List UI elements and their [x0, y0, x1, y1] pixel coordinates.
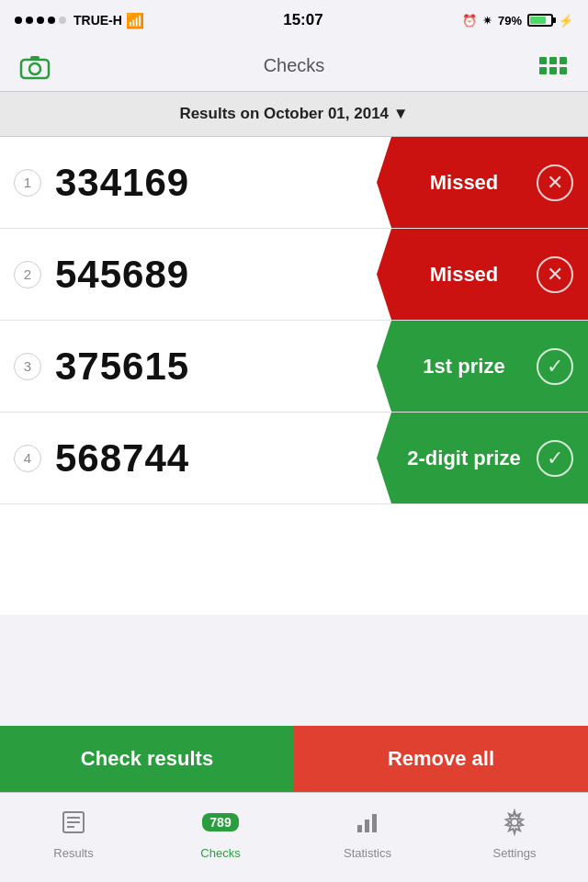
bluetooth-icon: ✴: [482, 14, 492, 28]
svg-point-10: [511, 819, 518, 826]
tab-results[interactable]: Results: [0, 802, 147, 860]
result-label-2: Missed: [391, 263, 537, 287]
row-number-2: 2: [0, 261, 55, 288]
result-badge-1: Missed ✕: [377, 137, 588, 228]
table-row: 4 568744 2-digit prize ✓: [0, 413, 588, 504]
row-number-3: 3: [0, 353, 55, 380]
settings-icon: [494, 802, 535, 842]
result-label-4: 2-digit prize: [391, 447, 537, 470]
checks-badge: 789: [202, 813, 239, 831]
svg-rect-2: [30, 56, 40, 61]
results-header[interactable]: Results on October 01, 2014 ▼: [0, 92, 588, 137]
battery-percent: 79%: [498, 14, 522, 28]
ticket-number-4: 568744: [55, 436, 377, 481]
svg-point-1: [29, 63, 40, 74]
tab-statistics[interactable]: Statistics: [294, 802, 441, 860]
result-icon-1: ✕: [537, 164, 573, 201]
status-left: TRUE-H 📶: [15, 12, 144, 29]
grid-button[interactable]: [533, 46, 573, 86]
result-icon-4: ✓: [537, 440, 573, 477]
signal-dots: [15, 17, 66, 24]
tab-checks[interactable]: 789 Checks: [147, 802, 294, 860]
camera-button[interactable]: [15, 46, 55, 86]
charging-icon: ⚡: [559, 14, 573, 28]
battery-icon: [527, 14, 553, 27]
ticket-number-3: 375615: [55, 345, 377, 389]
ticket-number-2: 545689: [55, 253, 377, 297]
row-number-4: 4: [0, 445, 55, 472]
tab-settings[interactable]: Settings: [441, 802, 588, 860]
status-right: ⏰ ✴ 79% ⚡: [462, 14, 573, 28]
wifi-icon: 📶: [126, 12, 144, 29]
svg-rect-8: [365, 820, 369, 832]
svg-rect-7: [357, 825, 362, 832]
result-badge-3: 1st prize ✓: [377, 321, 588, 412]
tab-checks-label: Checks: [200, 846, 240, 860]
table-row: 2 545689 Missed ✕: [0, 229, 588, 321]
results-icon: [53, 802, 94, 842]
tab-bar: Results 789 Checks Statistics Settings: [0, 792, 588, 882]
table-row: 3 375615 1st prize ✓: [0, 321, 588, 413]
nav-bar: Checks: [0, 40, 588, 92]
svg-rect-9: [372, 814, 377, 832]
alarm-icon: ⏰: [462, 14, 477, 28]
result-badge-2: Missed ✕: [377, 229, 588, 320]
check-results-button[interactable]: Check results: [0, 726, 294, 792]
result-icon-2: ✕: [537, 256, 573, 293]
ticket-number-1: 334169: [55, 161, 377, 205]
results-date: Results on October 01, 2014 ▼: [179, 105, 408, 122]
tab-statistics-label: Statistics: [344, 846, 391, 860]
grid-icon: [539, 57, 567, 74]
result-badge-4: 2-digit prize ✓: [377, 413, 588, 503]
result-label-1: Missed: [391, 171, 537, 195]
carrier-label: TRUE-H: [74, 13, 122, 28]
status-bar: TRUE-H 📶 15:07 ⏰ ✴ 79% ⚡: [0, 0, 588, 40]
spacer: [0, 504, 588, 615]
statistics-icon: [347, 802, 388, 842]
row-number-1: 1: [0, 169, 55, 197]
remove-all-button[interactable]: Remove all: [294, 726, 588, 792]
status-time: 15:07: [283, 11, 322, 29]
result-icon-3: ✓: [537, 348, 573, 385]
tab-settings-label: Settings: [493, 846, 537, 860]
checks-icon: 789: [200, 802, 241, 842]
action-buttons: Check results Remove all: [0, 726, 588, 792]
tab-results-label: Results: [53, 846, 93, 860]
nav-title: Checks: [264, 55, 325, 76]
result-label-3: 1st prize: [391, 355, 537, 379]
content-area: Results on October 01, 2014 ▼ 1 334169 M…: [0, 92, 588, 615]
table-row: 1 334169 Missed ✕: [0, 137, 588, 229]
